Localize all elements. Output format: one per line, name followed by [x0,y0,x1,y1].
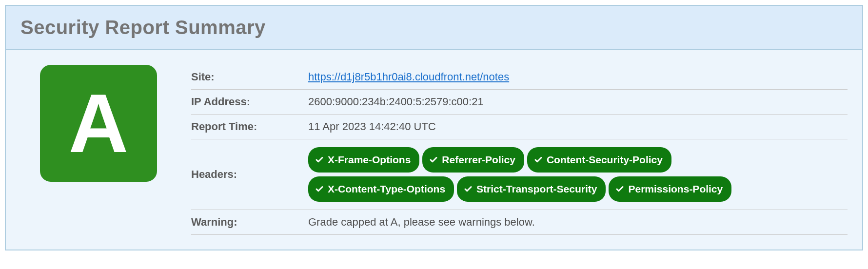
header-badge: Content-Security-Policy [527,147,671,173]
panel-body: A Site: https://d1j8r5b1hr0ai8.cloudfron… [6,50,862,250]
ip-label: IP Address: [191,90,308,115]
header-badge: Strict-Transport-Security [457,176,606,202]
headers-badges-cell: X-Frame-OptionsReferrer-PolicyContent-Se… [308,139,848,210]
time-label: Report Time: [191,115,308,139]
site-value-cell: https://d1j8r5b1hr0ai8.cloudfront.net/no… [308,65,848,90]
header-badge: Referrer-Policy [422,147,524,173]
check-icon [315,155,324,164]
time-row: Report Time: 11 Apr 2023 14:42:40 UTC [191,115,848,139]
check-icon [534,155,543,164]
security-report-panel: Security Report Summary A Site: https://… [5,5,863,250]
site-link[interactable]: https://d1j8r5b1hr0ai8.cloudfront.net/no… [308,71,509,83]
time-value: 11 Apr 2023 14:42:40 UTC [308,115,848,139]
header-badge: Permissions-Policy [609,176,731,202]
ip-value: 2600:9000:234b:2400:5:2579:c00:21 [308,90,848,115]
header-badge-label: Referrer-Policy [442,150,515,170]
site-row: Site: https://d1j8r5b1hr0ai8.cloudfront.… [191,65,848,90]
header-badge: X-Frame-Options [308,147,419,173]
header-badge-label: Permissions-Policy [628,179,723,199]
headers-row: Headers: X-Frame-OptionsReferrer-PolicyC… [191,139,848,210]
check-icon [615,185,624,193]
check-icon [315,185,324,193]
grade-letter: A [69,82,129,165]
header-badge: X-Content-Type-Options [308,176,454,202]
header-badge-label: X-Content-Type-Options [328,179,445,199]
ip-row: IP Address: 2600:9000:234b:2400:5:2579:c… [191,90,848,115]
header-badge-label: X-Frame-Options [328,150,411,170]
check-icon [429,155,438,164]
details-table: Site: https://d1j8r5b1hr0ai8.cloudfront.… [191,65,848,235]
warning-label: Warning: [191,210,308,234]
panel-title: Security Report Summary [20,17,848,38]
grade-badge: A [40,65,157,182]
check-icon [464,185,473,193]
header-badge-label: Content-Security-Policy [547,150,663,170]
warning-value: Grade capped at A, please see warnings b… [308,210,848,234]
panel-header: Security Report Summary [6,6,862,50]
warning-row: Warning: Grade capped at A, please see w… [191,210,848,234]
site-label: Site: [191,65,308,90]
header-badge-label: Strict-Transport-Security [476,179,597,199]
headers-label: Headers: [191,139,308,210]
